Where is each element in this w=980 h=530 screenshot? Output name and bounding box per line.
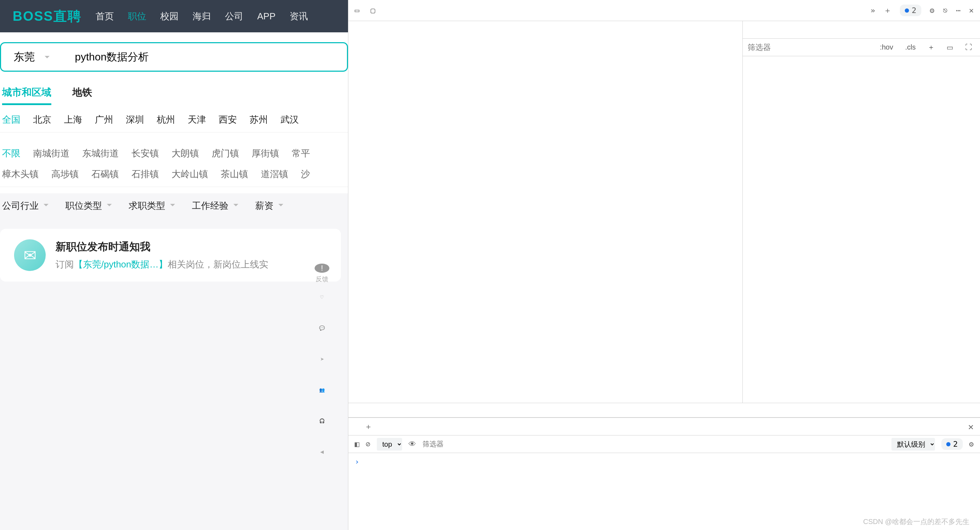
sidebar-toggle-icon[interactable]: ◧ bbox=[355, 440, 359, 449]
styles-filter-bar: :hov .cls ＋ ▭ ⛶ bbox=[743, 39, 980, 56]
chevron-down-icon bbox=[278, 204, 283, 209]
console-settings-icon[interactable]: ⚙ bbox=[969, 440, 974, 449]
issues-badge[interactable]: 2 bbox=[900, 5, 921, 16]
dom-tree[interactable] bbox=[348, 21, 743, 403]
pill[interactable]: 茶山镇 bbox=[221, 168, 248, 180]
district-row: 不限南城街道东城街道长安镇大朗镇虎门镇厚街镇常平 bbox=[2, 147, 348, 159]
plus-icon[interactable]: ＋ bbox=[884, 5, 891, 16]
search-box: 东莞 bbox=[0, 42, 348, 72]
chevron-down-icon bbox=[234, 204, 238, 209]
pill[interactable]: 长安镇 bbox=[132, 147, 159, 159]
cls-toggle[interactable]: .cls bbox=[902, 42, 918, 53]
console-issues-badge[interactable]: 2 bbox=[941, 438, 963, 450]
pill[interactable]: 杭州 bbox=[157, 113, 175, 126]
watermark: CSDN @啥都会一点的差不多先生 bbox=[863, 517, 969, 527]
top-nav: BOSS直聘 首页职位校园海归公司APP资讯 bbox=[0, 0, 348, 32]
close-icon[interactable]: ✕ bbox=[968, 422, 974, 432]
pill[interactable]: 道滘镇 bbox=[261, 168, 288, 180]
chevron-down-icon bbox=[107, 204, 112, 209]
pill[interactable]: 大朗镇 bbox=[172, 147, 199, 159]
pill[interactable]: 石碣镇 bbox=[91, 168, 119, 180]
search-input[interactable] bbox=[67, 51, 347, 63]
filter-select[interactable]: 薪资 bbox=[255, 200, 283, 212]
chevron-down-icon bbox=[44, 204, 49, 209]
styles-filter-input[interactable] bbox=[748, 43, 871, 52]
nav-item[interactable]: 职位 bbox=[128, 10, 146, 22]
gear-icon[interactable]: ⚙ bbox=[930, 6, 934, 15]
devtools-tabs: ▭ ▢ » ＋ 2 ⚙ ⎋ ⋯ ✕ bbox=[348, 0, 980, 21]
envelope-icon: ✉ bbox=[14, 239, 46, 271]
nav-item[interactable]: 海归 bbox=[192, 10, 211, 22]
nav-item[interactable]: 首页 bbox=[95, 10, 114, 22]
rail-feedback[interactable]: !反馈 bbox=[313, 264, 331, 280]
nav-item[interactable]: APP bbox=[257, 11, 275, 22]
rail-headset[interactable]: 🎧 bbox=[313, 418, 331, 435]
notify-subtitle: 订阅【东莞/python数据…】相关岗位，新岗位上线实 bbox=[56, 258, 268, 271]
console-filter-input[interactable] bbox=[423, 440, 885, 448]
close-icon[interactable]: ✕ bbox=[969, 6, 974, 15]
pill[interactable]: 北京 bbox=[33, 113, 51, 126]
filter-select[interactable]: 求职类型 bbox=[129, 200, 175, 212]
pill[interactable]: 不限 bbox=[2, 147, 21, 159]
city-row: 全国北京上海广州深圳杭州天津西安苏州武汉 bbox=[2, 113, 348, 126]
device-mode-icon[interactable]: ▭ bbox=[355, 6, 359, 15]
pill[interactable]: 武汉 bbox=[280, 113, 299, 126]
pill[interactable]: 全国 bbox=[2, 113, 21, 126]
clear-console-icon[interactable]: ⊘ bbox=[366, 440, 370, 449]
nav-item[interactable]: 资讯 bbox=[290, 10, 308, 22]
pill[interactable]: 樟木头镇 bbox=[2, 168, 39, 180]
console-panel: ＋ ✕ ◧ ⊘ top 👁 默认级别 2 ⚙ › bbox=[348, 417, 980, 530]
website-pane: BOSS直聘 首页职位校园海归公司APP资讯 东莞 城市和区域地铁 全国北京上海… bbox=[0, 0, 348, 530]
filter-select[interactable]: 工作经验 bbox=[192, 200, 238, 212]
pill[interactable]: 南城街道 bbox=[33, 147, 70, 159]
pill[interactable]: 虎门镇 bbox=[212, 147, 239, 159]
context-select[interactable]: top bbox=[377, 438, 402, 450]
toggle-device-icon[interactable]: ⛶ bbox=[963, 42, 975, 53]
customize-icon[interactable]: ⎋ bbox=[943, 6, 947, 15]
filter-select[interactable]: 职位类型 bbox=[65, 200, 112, 212]
search-city-select[interactable]: 东莞 bbox=[1, 50, 67, 64]
inspect-icon[interactable]: ▢ bbox=[371, 6, 375, 15]
pill[interactable]: 上海 bbox=[64, 113, 82, 126]
nav-item[interactable]: 校园 bbox=[160, 10, 178, 22]
chevron-down-icon bbox=[170, 204, 175, 209]
live-expression-icon[interactable]: 👁 bbox=[409, 440, 416, 449]
new-rule-icon[interactable]: ＋ bbox=[925, 41, 937, 53]
pill[interactable]: 东城街道 bbox=[82, 147, 119, 159]
location-tab[interactable]: 地铁 bbox=[72, 86, 92, 105]
dom-breadcrumbs[interactable] bbox=[348, 403, 980, 417]
filter-select[interactable]: 公司行业 bbox=[2, 200, 49, 212]
notify-card[interactable]: ✉ 新职位发布时通知我 订阅【东莞/python数据…】相关岗位，新岗位上线实 bbox=[0, 229, 341, 282]
styles-rules[interactable] bbox=[743, 56, 980, 403]
pill[interactable]: 高埗镇 bbox=[51, 168, 79, 180]
rail-back[interactable]: ◀ bbox=[313, 449, 331, 466]
notify-link[interactable]: 【东莞/python数据…】 bbox=[74, 259, 168, 270]
pill[interactable]: 天津 bbox=[188, 113, 206, 126]
job-list: ✉ 新职位发布时通知我 订阅【东莞/python数据…】相关岗位，新岗位上线实 bbox=[0, 218, 348, 530]
pill[interactable]: 石排镇 bbox=[132, 168, 159, 180]
computed-icon[interactable]: ▭ bbox=[944, 42, 956, 53]
nav-item[interactable]: 公司 bbox=[225, 10, 243, 22]
pill[interactable]: 深圳 bbox=[126, 113, 144, 126]
kebab-icon[interactable]: ⋯ bbox=[956, 6, 961, 15]
pill[interactable]: 广州 bbox=[95, 113, 113, 126]
rail-favorite[interactable]: ♡ bbox=[313, 294, 331, 311]
pill[interactable]: 苏州 bbox=[250, 113, 268, 126]
pill[interactable]: 大岭山镇 bbox=[172, 168, 208, 180]
console-tabs: ＋ ✕ bbox=[348, 418, 980, 436]
logo[interactable]: BOSS直聘 bbox=[13, 7, 81, 25]
rail-send[interactable]: ➤ bbox=[313, 357, 331, 373]
pill[interactable]: 常平 bbox=[292, 147, 310, 159]
console-prompt: › bbox=[355, 457, 359, 466]
side-rail: !反馈 ♡ 💬 ➤ 👥 🎧 ◀ bbox=[313, 264, 331, 466]
plus-icon[interactable]: ＋ bbox=[364, 422, 372, 432]
location-tab[interactable]: 城市和区域 bbox=[2, 86, 51, 105]
more-tabs-icon[interactable]: » bbox=[871, 6, 875, 15]
log-level-select[interactable]: 默认级别 bbox=[891, 438, 935, 450]
pill[interactable]: 沙 bbox=[301, 168, 310, 180]
pill[interactable]: 西安 bbox=[219, 113, 237, 126]
rail-chat[interactable]: 💬 bbox=[313, 325, 331, 342]
hov-toggle[interactable]: :hov bbox=[877, 42, 896, 53]
pill[interactable]: 厚街镇 bbox=[252, 147, 279, 159]
rail-contacts[interactable]: 👥 bbox=[313, 387, 331, 404]
